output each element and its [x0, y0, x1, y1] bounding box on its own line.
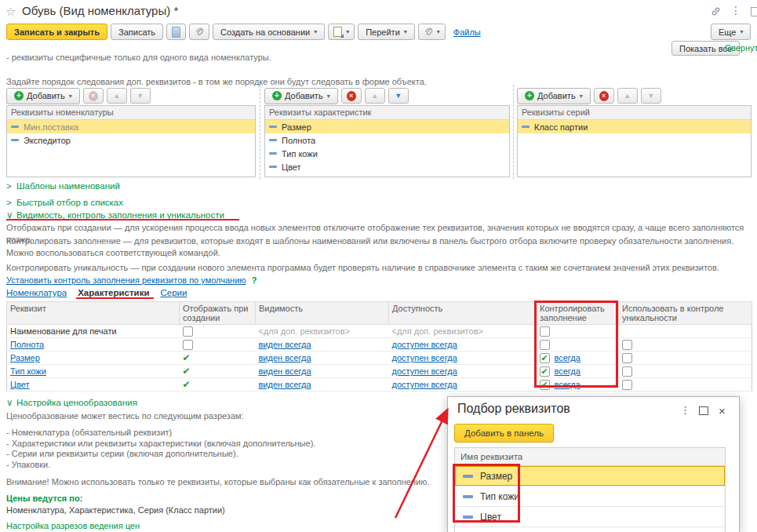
create-based-on-button[interactable]: Создать на основании▾	[213, 24, 325, 40]
set-default-control-link[interactable]: Установить контроль заполнения реквизито…	[6, 275, 246, 285]
more-menu-icon[interactable]: ⋮	[730, 4, 741, 16]
list-item[interactable]: Экспедитор	[7, 133, 255, 147]
cell-availability: <для доп. реквизитов>	[389, 325, 537, 338]
popup-list-item[interactable]: Цвет	[455, 507, 725, 527]
availability-link[interactable]: доступен всегда	[392, 353, 457, 363]
availability-link[interactable]: доступен всегда	[392, 380, 457, 389]
section-name-templates[interactable]: >Шаблоны наименований	[6, 181, 120, 191]
arrow-up-icon: ▲	[624, 93, 631, 100]
attribute-dash-icon	[269, 166, 277, 168]
add-button[interactable]: Добавить▾	[6, 88, 80, 104]
attribute-name-link[interactable]: Полнота	[10, 340, 44, 349]
col-use-in-uniqueness: Использовать в контроле уникальности	[619, 302, 752, 325]
list-item[interactable]: Класс партии	[518, 120, 751, 133]
always-link[interactable]: всегда	[555, 366, 580, 376]
list-item[interactable]: Мин.поставка	[7, 120, 255, 133]
arrow-down-icon: ▼	[647, 93, 654, 100]
move-up-button[interactable]: ▲	[365, 88, 385, 104]
visibility-link[interactable]: виден всегда	[259, 366, 311, 376]
dropdown-arrow-icon: ▾	[437, 28, 440, 35]
attribute-name-link[interactable]: Тип кожи	[10, 366, 46, 376]
checkbox-checked[interactable]: ✔	[540, 366, 550, 377]
attribute-dash-icon	[463, 516, 473, 519]
panel-splitter[interactable]	[260, 85, 260, 179]
checkbox-unchecked[interactable]	[183, 340, 193, 350]
collapse-link[interactable]: Свернуть	[725, 43, 757, 53]
always-link[interactable]: всегда	[555, 353, 580, 363]
add-button[interactable]: Добавить▾	[264, 88, 338, 104]
move-up-button[interactable]: ▲	[617, 88, 638, 104]
section-pricing[interactable]: ∨Настройка ценообразования	[6, 397, 439, 408]
move-up-button[interactable]: ▲	[107, 88, 127, 104]
move-down-button[interactable]: ▼	[641, 88, 661, 104]
section-quick-filter[interactable]: >Быстрый отбор в списках	[6, 198, 123, 207]
tab-characteristics[interactable]: Характеристики	[78, 288, 149, 297]
help-icon[interactable]: ?	[252, 275, 257, 285]
visibility-link[interactable]: виден всегда	[259, 353, 311, 363]
visibility-link[interactable]: виден всегда	[259, 340, 311, 349]
tab-series[interactable]: Серии	[160, 288, 187, 297]
cell-control-fill: ✔всегда	[537, 352, 619, 365]
add-button[interactable]: Добавить▾	[517, 88, 591, 104]
close-icon[interactable]: ×	[719, 404, 726, 417]
checkbox-checked[interactable]: ✔	[540, 380, 550, 390]
list-item[interactable]: Размер	[265, 120, 509, 133]
popup-item-label: Цвет	[480, 512, 501, 523]
checkbox-unchecked[interactable]	[540, 326, 550, 337]
save-button[interactable]: Записать	[111, 24, 163, 40]
panel-splitter[interactable]	[513, 85, 514, 179]
col-control-fill: Контролировать заполнение	[537, 302, 619, 325]
attribute-name-link[interactable]: Размер	[10, 353, 40, 363]
checkbox-unchecked[interactable]	[622, 366, 632, 377]
dialog-menu-icon[interactable]: ⋮	[680, 404, 690, 416]
delete-button[interactable]: ×	[83, 88, 104, 104]
attachments-dropdown-button[interactable]: ▾	[418, 24, 446, 40]
list-item-label: Полнота	[282, 136, 315, 145]
popup-list-item[interactable]: Размер	[455, 466, 725, 486]
save-and-close-button[interactable]: Записать и закрыть	[6, 24, 107, 40]
reports-dropdown-button[interactable]: ▾	[328, 24, 355, 40]
checkbox-unchecked[interactable]	[622, 380, 632, 390]
copy-link-icon[interactable]	[710, 5, 722, 19]
checkbox-unchecked[interactable]	[622, 340, 632, 350]
cell-use-in-uniqueness	[619, 325, 752, 338]
arrow-up-icon: ▲	[371, 93, 378, 100]
list-item[interactable]: Полнота	[265, 133, 509, 147]
always-link[interactable]: всегда	[555, 380, 580, 389]
goto-button[interactable]: Перейти▾	[358, 24, 415, 40]
list-item[interactable]: Цвет	[265, 160, 509, 173]
attribute-dash-icon	[11, 139, 19, 141]
add-to-panel-button[interactable]: Добавить в панель	[454, 424, 554, 443]
delete-button[interactable]: ×	[341, 88, 362, 104]
availability-link[interactable]: доступен всегда	[392, 340, 457, 349]
page-title: Обувь (Вид номенклатуры) *	[22, 4, 178, 17]
attribute-name-link[interactable]: Цвет	[10, 380, 30, 389]
move-down-button[interactable]: ▼	[130, 88, 151, 104]
more-button[interactable]: Еще▾	[711, 24, 751, 40]
favorite-star-icon[interactable]: ☆	[5, 5, 16, 19]
delete-button[interactable]: ×	[594, 88, 614, 104]
checkbox-unchecked[interactable]	[622, 353, 632, 363]
pricing-bullet: - Номенклатура (обязательный реквизит)	[6, 428, 439, 439]
cell-attribute-name: Цвет	[7, 378, 180, 392]
checkbox-checked[interactable]: ✔	[540, 353, 550, 363]
checkbox-unchecked[interactable]	[183, 326, 193, 337]
cell-attribute-name: Полнота	[7, 338, 180, 352]
popup-item-label: Размер	[480, 471, 512, 482]
maximize-icon[interactable]	[699, 406, 708, 415]
checkbox-unchecked[interactable]	[540, 340, 550, 350]
tab-nomenclature[interactable]: Номенклатура	[6, 288, 67, 297]
popup-list-item[interactable]: Тип кожи	[455, 486, 725, 507]
files-link[interactable]: Файлы	[453, 27, 481, 37]
move-down-button[interactable]: ▼	[388, 88, 409, 104]
window-icon[interactable]	[751, 7, 757, 16]
availability-link[interactable]: доступен всегда	[392, 366, 457, 376]
main-toolbar: Записать и закрыть Записать Создать на о…	[6, 24, 481, 40]
cell-availability: доступен всегда	[389, 338, 537, 352]
section-visibility[interactable]: ∨Видимость, контроль заполнения и уникал…	[6, 210, 224, 220]
col-display-on-create: Отображать при создании	[180, 302, 256, 325]
structure-button[interactable]	[166, 24, 186, 40]
attachment-button[interactable]	[189, 24, 209, 40]
visibility-link[interactable]: виден всегда	[259, 380, 311, 389]
list-item[interactable]: Тип кожи	[265, 147, 509, 160]
